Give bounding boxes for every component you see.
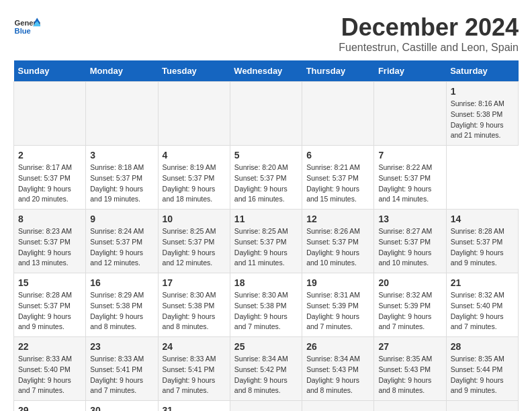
calendar-week-row: 1Sunrise: 8:16 AMSunset: 5:38 PMDaylight…: [14, 82, 519, 146]
day-number: 10: [163, 214, 226, 224]
day-of-week-header: Monday: [86, 60, 158, 82]
day-info: Sunrise: 8:25 AMSunset: 5:37 PMDaylight:…: [163, 226, 226, 269]
day-number: 4: [163, 150, 226, 161]
day-number: 15: [18, 277, 81, 288]
empty-day-cell: [86, 82, 158, 146]
day-info: Sunrise: 8:32 AMSunset: 5:39 PMDaylight:…: [378, 290, 441, 332]
day-number: 22: [18, 341, 81, 352]
day-cell: 5Sunrise: 8:20 AMSunset: 5:37 PMDaylight…: [230, 146, 302, 210]
day-number: 3: [90, 150, 153, 161]
day-number: 2: [18, 150, 81, 161]
empty-day-cell: [230, 82, 302, 146]
day-number: 31: [163, 405, 226, 411]
day-number: 30: [90, 405, 153, 411]
day-cell: 28Sunrise: 8:35 AMSunset: 5:44 PMDayligh…: [446, 337, 518, 401]
day-cell: 2Sunrise: 8:17 AMSunset: 5:37 PMDaylight…: [14, 146, 86, 210]
day-info: Sunrise: 8:19 AMSunset: 5:37 PMDaylight:…: [163, 163, 226, 205]
day-info: Sunrise: 8:30 AMSunset: 5:38 PMDaylight:…: [163, 290, 226, 332]
day-number: 16: [90, 277, 153, 288]
day-info: Sunrise: 8:33 AMSunset: 5:41 PMDaylight:…: [90, 354, 153, 396]
title-area: December 2024 Fuentestrun, Castille and …: [339, 13, 519, 54]
day-number: 5: [234, 150, 298, 161]
day-number: 23: [90, 341, 153, 352]
day-info: Sunrise: 8:22 AMSunset: 5:37 PMDaylight:…: [378, 163, 441, 205]
empty-day-cell: [14, 82, 86, 146]
day-cell: 13Sunrise: 8:27 AMSunset: 5:37 PMDayligh…: [374, 210, 446, 273]
day-number: 26: [306, 341, 369, 352]
day-info: Sunrise: 8:34 AMSunset: 5:43 PMDaylight:…: [306, 354, 369, 396]
day-number: 7: [378, 150, 441, 161]
calendar-week-row: 2Sunrise: 8:17 AMSunset: 5:37 PMDaylight…: [14, 146, 519, 210]
day-number: 17: [163, 277, 226, 288]
empty-day-cell: [230, 401, 302, 412]
day-number: 29: [18, 405, 81, 411]
day-info: Sunrise: 8:35 AMSunset: 5:44 PMDaylight:…: [451, 354, 514, 396]
day-number: 6: [306, 150, 369, 161]
day-cell: 19Sunrise: 8:31 AMSunset: 5:39 PMDayligh…: [302, 273, 374, 337]
day-cell: 29Sunrise: 8:35 AMSunset: 5:45 PMDayligh…: [14, 401, 86, 412]
day-cell: 1Sunrise: 8:16 AMSunset: 5:38 PMDaylight…: [446, 82, 518, 146]
day-info: Sunrise: 8:23 AMSunset: 5:37 PMDaylight:…: [18, 226, 81, 269]
day-info: Sunrise: 8:35 AMSunset: 5:43 PMDaylight:…: [378, 354, 441, 396]
calendar-week-row: 15Sunrise: 8:28 AMSunset: 5:37 PMDayligh…: [14, 273, 519, 337]
day-number: 28: [451, 341, 514, 352]
day-cell: 25Sunrise: 8:34 AMSunset: 5:42 PMDayligh…: [230, 337, 302, 401]
day-cell: 17Sunrise: 8:30 AMSunset: 5:38 PMDayligh…: [158, 273, 230, 337]
day-info: Sunrise: 8:16 AMSunset: 5:38 PMDaylight:…: [451, 99, 514, 141]
day-info: Sunrise: 8:31 AMSunset: 5:39 PMDaylight:…: [306, 290, 369, 332]
day-info: Sunrise: 8:24 AMSunset: 5:37 PMDaylight:…: [90, 226, 153, 269]
day-info: Sunrise: 8:28 AMSunset: 5:37 PMDaylight:…: [451, 226, 514, 269]
day-cell: 6Sunrise: 8:21 AMSunset: 5:37 PMDaylight…: [302, 146, 374, 210]
day-cell: 10Sunrise: 8:25 AMSunset: 5:37 PMDayligh…: [158, 210, 230, 273]
day-number: 20: [378, 277, 441, 288]
day-cell: 11Sunrise: 8:25 AMSunset: 5:37 PMDayligh…: [230, 210, 302, 273]
day-cell: 4Sunrise: 8:19 AMSunset: 5:37 PMDaylight…: [158, 146, 230, 210]
day-cell: 21Sunrise: 8:32 AMSunset: 5:40 PMDayligh…: [446, 273, 518, 337]
day-of-week-header: Wednesday: [230, 60, 302, 82]
day-cell: 15Sunrise: 8:28 AMSunset: 5:37 PMDayligh…: [14, 273, 86, 337]
day-info: Sunrise: 8:30 AMSunset: 5:38 PMDaylight:…: [234, 290, 298, 332]
calendar-header-row: SundayMondayTuesdayWednesdayThursdayFrid…: [14, 60, 519, 82]
logo-icon: General Blue: [13, 13, 40, 40]
day-cell: 18Sunrise: 8:30 AMSunset: 5:38 PMDayligh…: [230, 273, 302, 337]
day-of-week-header: Tuesday: [158, 60, 230, 82]
day-cell: 24Sunrise: 8:33 AMSunset: 5:41 PMDayligh…: [158, 337, 230, 401]
day-info: Sunrise: 8:32 AMSunset: 5:40 PMDaylight:…: [451, 290, 514, 332]
day-info: Sunrise: 8:33 AMSunset: 5:41 PMDaylight:…: [163, 354, 226, 396]
day-number: 24: [163, 341, 226, 352]
day-info: Sunrise: 8:17 AMSunset: 5:37 PMDaylight:…: [18, 163, 81, 205]
page-header: General Blue December 2024 Fuentestrun, …: [13, 13, 519, 54]
day-info: Sunrise: 8:18 AMSunset: 5:37 PMDaylight:…: [90, 163, 153, 205]
day-cell: 16Sunrise: 8:29 AMSunset: 5:38 PMDayligh…: [86, 273, 158, 337]
day-info: Sunrise: 8:29 AMSunset: 5:38 PMDaylight:…: [90, 290, 153, 332]
calendar-week-row: 29Sunrise: 8:35 AMSunset: 5:45 PMDayligh…: [14, 401, 519, 412]
day-of-week-header: Saturday: [446, 60, 518, 82]
day-number: 14: [451, 214, 514, 224]
day-cell: 7Sunrise: 8:22 AMSunset: 5:37 PMDaylight…: [374, 146, 446, 210]
day-of-week-header: Sunday: [14, 60, 86, 82]
day-number: 11: [234, 214, 298, 224]
day-cell: 8Sunrise: 8:23 AMSunset: 5:37 PMDaylight…: [14, 210, 86, 273]
day-cell: 31Sunrise: 8:35 AMSunset: 5:46 PMDayligh…: [158, 401, 230, 412]
day-cell: 23Sunrise: 8:33 AMSunset: 5:41 PMDayligh…: [86, 337, 158, 401]
empty-day-cell: [446, 401, 518, 412]
empty-day-cell: [158, 82, 230, 146]
day-number: 25: [234, 341, 298, 352]
day-number: 12: [306, 214, 369, 224]
day-cell: 30Sunrise: 8:35 AMSunset: 5:45 PMDayligh…: [86, 401, 158, 412]
day-of-week-header: Thursday: [302, 60, 374, 82]
day-info: Sunrise: 8:28 AMSunset: 5:37 PMDaylight:…: [18, 290, 81, 332]
svg-text:Blue: Blue: [15, 27, 31, 35]
day-number: 27: [378, 341, 441, 352]
calendar-week-row: 8Sunrise: 8:23 AMSunset: 5:37 PMDaylight…: [14, 210, 519, 273]
calendar-table: SundayMondayTuesdayWednesdayThursdayFrid…: [13, 60, 519, 411]
day-cell: 14Sunrise: 8:28 AMSunset: 5:37 PMDayligh…: [446, 210, 518, 273]
day-number: 9: [90, 214, 153, 224]
calendar-week-row: 22Sunrise: 8:33 AMSunset: 5:40 PMDayligh…: [14, 337, 519, 401]
empty-day-cell: [374, 82, 446, 146]
day-info: Sunrise: 8:34 AMSunset: 5:42 PMDaylight:…: [234, 354, 298, 396]
day-cell: 27Sunrise: 8:35 AMSunset: 5:43 PMDayligh…: [374, 337, 446, 401]
logo: General Blue: [13, 13, 40, 40]
day-cell: 9Sunrise: 8:24 AMSunset: 5:37 PMDaylight…: [86, 210, 158, 273]
day-cell: 3Sunrise: 8:18 AMSunset: 5:37 PMDaylight…: [86, 146, 158, 210]
